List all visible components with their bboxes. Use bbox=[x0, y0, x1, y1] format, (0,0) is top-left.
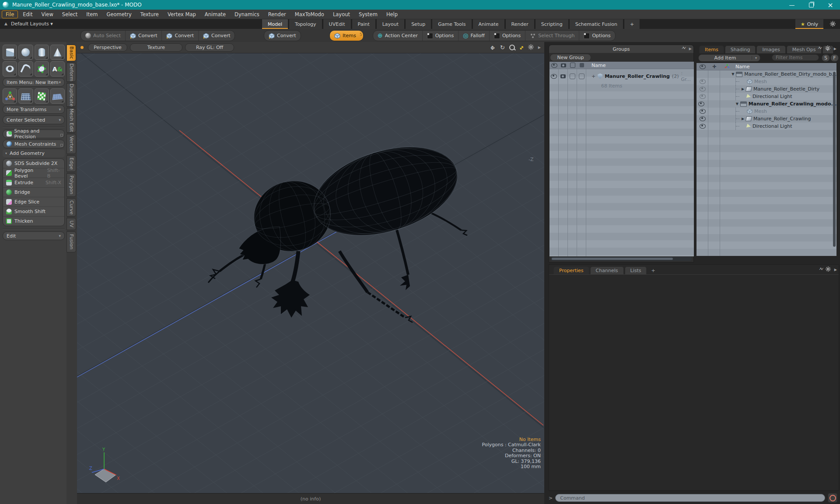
menu-system[interactable]: System bbox=[355, 10, 382, 18]
default-layouts-dropdown[interactable]: Default Layouts ▾ bbox=[11, 21, 53, 29]
new-group-button[interactable]: New Group bbox=[550, 54, 591, 61]
add-item-button[interactable]: Add Item ▾ bbox=[698, 54, 760, 62]
edge-slice-button[interactable]: Edge Slice bbox=[3, 197, 64, 207]
tab-images[interactable]: Images bbox=[756, 46, 785, 53]
tab-mesh-ops[interactable]: Mesh Ops bbox=[787, 46, 822, 53]
mesh-constraints-button[interactable]: Mesh Constraints bbox=[3, 140, 65, 148]
convert-edge-button[interactable]: Convert bbox=[162, 31, 199, 41]
extrude-button[interactable]: ExtrudeShift-X bbox=[3, 178, 64, 188]
cylinder-tool[interactable] bbox=[35, 45, 49, 60]
tab-lists[interactable]: Lists bbox=[625, 266, 647, 274]
helix-tool[interactable] bbox=[18, 61, 33, 77]
visibility-toggle[interactable] bbox=[698, 102, 704, 106]
falloff-button[interactable]: ◎Falloff bbox=[458, 31, 490, 41]
layouts-up-icon[interactable]: ▲ bbox=[4, 21, 7, 29]
group-visible-toggle[interactable] bbox=[551, 74, 557, 79]
groups-list[interactable]: Name + Manure_Roller_Crawling (2) : Gr..… bbox=[550, 62, 694, 256]
zoom-icon[interactable] bbox=[509, 45, 515, 50]
convert-item-button[interactable]: Convert bbox=[264, 31, 301, 41]
tab-edge[interactable]: Edge bbox=[66, 155, 76, 172]
menu-select[interactable]: Select bbox=[58, 10, 81, 18]
visibility-toggle[interactable] bbox=[700, 87, 706, 91]
layout-tab-animate[interactable]: Animate bbox=[472, 19, 505, 29]
macro-record-button[interactable] bbox=[828, 493, 837, 503]
beetle-model[interactable] bbox=[208, 131, 468, 322]
layout-tab-uvedit[interactable]: UVEdit bbox=[323, 19, 351, 29]
tab-channels[interactable]: Channels bbox=[590, 266, 624, 274]
convert-vertex-button[interactable]: Convert bbox=[126, 31, 162, 41]
layout-tab-scripting[interactable]: Scripting bbox=[535, 19, 569, 29]
tree-row-group-2[interactable]: ▶ Manure_Roller_Crawling bbox=[696, 115, 836, 122]
tree-row-scene-1[interactable]: ▼ Manure_Roller_Beetle_Dirty_modo_b... bbox=[696, 70, 836, 78]
menu-item[interactable]: Item bbox=[82, 10, 102, 18]
snaps-precision-button[interactable]: Snaps and Precision bbox=[3, 130, 65, 138]
collapse-icon[interactable]: ▼ bbox=[736, 102, 740, 106]
add-geometry-header[interactable]: ▾Add Geometry bbox=[3, 150, 65, 157]
panel-flyout-icon[interactable]: ▶ bbox=[834, 47, 836, 51]
menu-animate[interactable]: Animate bbox=[201, 10, 230, 18]
thicken-button[interactable]: Thicken bbox=[3, 217, 64, 226]
layout-tab-render[interactable]: Render bbox=[505, 19, 535, 29]
tab-uv[interactable]: UV bbox=[66, 218, 76, 230]
items-mode-button[interactable]: Items 5 bbox=[330, 31, 363, 41]
deformer-tool[interactable] bbox=[3, 88, 17, 104]
tab-deform[interactable]: Deform bbox=[66, 63, 76, 82]
tree-row-light-2[interactable]: Directional Light bbox=[696, 122, 836, 130]
edit-dropdown[interactable]: Edit▾ bbox=[3, 231, 65, 240]
rotate-icon[interactable]: ↻ bbox=[500, 44, 505, 51]
group-row[interactable]: + Manure_Roller_Crawling (2) : Gr... 68 … bbox=[550, 69, 694, 83]
tab-polygon[interactable]: Polygon bbox=[66, 173, 76, 197]
checker-cube-tool[interactable] bbox=[35, 88, 49, 104]
action-center-options-button[interactable]: Options bbox=[423, 31, 458, 41]
tab-add[interactable]: + bbox=[648, 266, 658, 274]
menu-texture[interactable]: Texture bbox=[136, 10, 163, 18]
visibility-toggle[interactable] bbox=[700, 116, 706, 121]
auto-select-button[interactable]: Auto Select bbox=[81, 31, 126, 41]
layout-tab-layout[interactable]: Layout bbox=[376, 19, 405, 29]
polygon-pen-tool[interactable] bbox=[35, 61, 49, 77]
viewport-3d-canvas[interactable]: -Z bbox=[77, 53, 544, 493]
falloff-grid-tool[interactable] bbox=[50, 88, 65, 104]
minimize-button[interactable]: — bbox=[782, 0, 802, 10]
properties-gear-icon[interactable] bbox=[826, 266, 831, 273]
menu-view[interactable]: View bbox=[38, 10, 57, 18]
menu-edit[interactable]: Edit bbox=[19, 10, 36, 18]
lattice-tool[interactable] bbox=[18, 88, 33, 104]
tab-fusion[interactable]: Fusion bbox=[66, 231, 76, 252]
layout-tab-schematic-fusion[interactable]: Schematic Fusion bbox=[569, 19, 623, 29]
texture-dropdown[interactable]: Texture bbox=[130, 43, 182, 52]
items-gear-icon[interactable] bbox=[825, 46, 830, 52]
group-checkbox-2[interactable] bbox=[579, 74, 584, 79]
tab-properties[interactable]: Properties bbox=[553, 266, 589, 274]
items-vscrollbar[interactable] bbox=[833, 72, 836, 247]
expand-group-icon[interactable]: + bbox=[592, 73, 595, 80]
perspective-dropdown[interactable]: Perspective bbox=[88, 43, 127, 52]
filter-button[interactable]: F bbox=[830, 54, 839, 62]
tree-row-group-1[interactable]: ▶ Manure_Roller_Beetle_Dirty bbox=[696, 85, 836, 93]
layoutbar-gear-icon[interactable] bbox=[830, 21, 836, 28]
tree-row-mesh-2[interactable]: Mesh bbox=[696, 108, 836, 115]
pan-icon[interactable]: ↔↔ bbox=[490, 45, 496, 51]
falloff-options-button[interactable]: Options bbox=[490, 31, 525, 41]
tab-mesh-edit[interactable]: Mesh Edit bbox=[66, 108, 76, 133]
tab-curve[interactable]: Curve bbox=[66, 198, 76, 217]
layout-tab-add[interactable]: + bbox=[624, 19, 640, 29]
raygl-dropdown[interactable]: Ray GL: Off bbox=[185, 43, 234, 52]
bridge-button[interactable]: Bridge bbox=[3, 188, 64, 197]
visibility-toggle[interactable] bbox=[700, 94, 706, 99]
center-selected-dropdown[interactable]: Center Selected▾ bbox=[3, 116, 65, 124]
group-checkbox-1[interactable] bbox=[570, 74, 575, 79]
tab-items[interactable]: Items bbox=[699, 46, 724, 53]
layout-tab-paint[interactable]: Paint bbox=[352, 19, 376, 29]
panel-flyout-icon[interactable]: ▶ bbox=[689, 47, 692, 51]
collapse-icon[interactable]: ▼ bbox=[732, 72, 736, 76]
maximize-button[interactable] bbox=[802, 0, 821, 10]
select-through-options-button[interactable]: Options bbox=[579, 31, 615, 41]
cone-tool[interactable] bbox=[50, 45, 65, 60]
visibility-toggle[interactable] bbox=[700, 109, 706, 114]
add-item-caret[interactable]: ▾ bbox=[752, 56, 760, 60]
tree-row-mesh-1[interactable]: Mesh bbox=[696, 78, 836, 85]
layout-tab-topology[interactable]: Topology bbox=[289, 19, 322, 29]
viewport-flyout-icon[interactable]: ▶ bbox=[538, 46, 541, 49]
viewport-gear-icon[interactable] bbox=[528, 44, 534, 51]
